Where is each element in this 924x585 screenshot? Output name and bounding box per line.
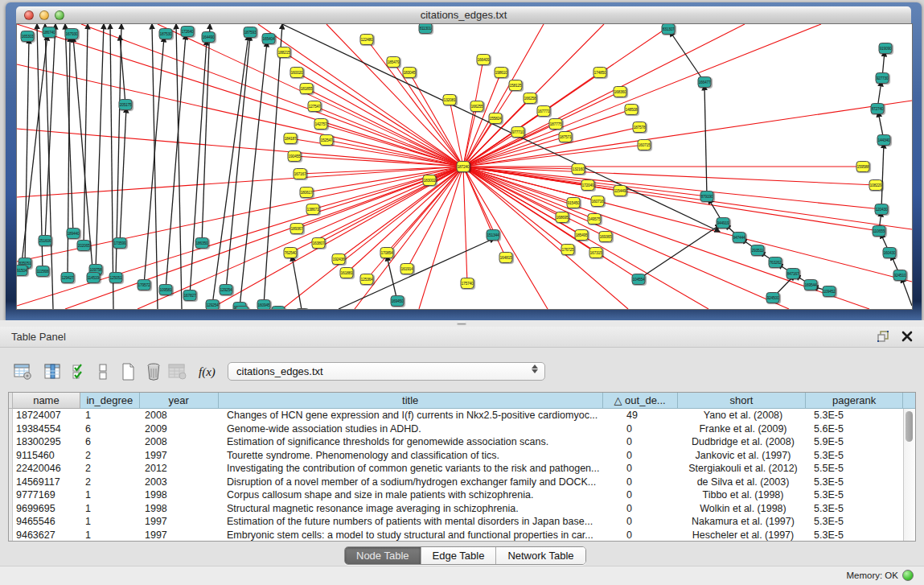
graph-node[interactable]: 18635040 [195, 237, 209, 249]
graph-node[interactable]: 16836004 [614, 86, 627, 97]
graph-node[interactable]: 10455404 [632, 274, 646, 285]
table-selector-dropdown[interactable]: citations_edges.txt [228, 362, 545, 381]
column-header-in_degree[interactable]: in_degree [80, 393, 140, 409]
graph-node[interactable]: 18753010 [159, 28, 173, 39]
graph-node[interactable]: 17085404 [380, 247, 394, 258]
table-row[interactable]: 977716911998Corpus callosum shape and si… [9, 488, 915, 502]
graph-node[interactable]: 18944040 [67, 228, 80, 239]
scrollbar-thumb[interactable] [906, 411, 913, 442]
table-row[interactable]: 2242004622012Investigating the contribut… [9, 462, 915, 476]
graph-node[interactable]: 18300295 [423, 175, 437, 186]
graph-node[interactable]: 18061704 [300, 187, 314, 198]
graph-node[interactable]: 16954422 [804, 279, 818, 290]
graph-node[interactable]: 18821565 [277, 47, 291, 58]
graph-node[interactable]: 14957504 [588, 213, 602, 225]
graph-node[interactable]: 11065504 [873, 225, 886, 237]
graph-node[interactable]: 19861099 [495, 67, 508, 78]
graph-node[interactable]: 16094522 [257, 299, 271, 310]
graph-node[interactable]: 19243604 [332, 253, 346, 265]
graph-node[interactable]: 10822904 [869, 179, 883, 191]
select-columns-button[interactable] [42, 361, 63, 382]
graph-node[interactable]: 16625804 [524, 93, 537, 104]
graph-node[interactable]: 17204907 [581, 179, 595, 191]
table-row[interactable]: 946554611997Estimation of the future num… [9, 515, 915, 529]
graph-node[interactable]: 16071504 [638, 139, 651, 150]
graph-node[interactable]: 92451040 [893, 270, 907, 281]
graph-node[interactable]: 18936704 [290, 223, 304, 234]
graph-node[interactable]: 10945220 [823, 286, 836, 297]
column-header-pagerank[interactable]: pagerank [806, 393, 903, 409]
graph-node[interactable]: 2935114 [751, 245, 765, 256]
graph-node[interactable]: 18304504 [403, 67, 417, 78]
graph-node[interactable]: 25160650 [39, 235, 52, 246]
graph-node[interactable]: 16777104 [537, 105, 551, 117]
window-titlebar[interactable]: citations_edges.txt [16, 6, 911, 24]
graph-node[interactable]: 12536404 [360, 274, 374, 285]
graph-node[interactable]: 16449040 [202, 31, 216, 43]
table-vertical-scrollbar[interactable] [903, 409, 915, 541]
function-builder-button[interactable]: f(x) [198, 361, 219, 382]
graph-node[interactable]: 87274040 [871, 103, 885, 114]
graph-node[interactable]: 17485003 [593, 67, 607, 78]
graph-node[interactable]: 19045504 [288, 150, 302, 162]
delete-table-button[interactable] [167, 361, 188, 382]
column-checklist-button[interactable] [69, 361, 90, 382]
graph-node[interactable]: 18759310 [244, 27, 257, 38]
graph-node[interactable]: 20517504 [119, 99, 133, 110]
graph-node[interactable]: 11544904 [614, 185, 627, 196]
table-row[interactable]: 1830029562008Estimation of significance … [9, 435, 915, 449]
graph-node[interactable]: 18757105 [559, 131, 573, 142]
graph-node[interactable]: 17957233 [138, 279, 151, 290]
graph-node[interactable]: 16869504 [556, 212, 569, 223]
network-canvas[interactable]: 1872400718300295188215651600203018185504… [16, 23, 913, 310]
graph-node[interactable]: 16716704 [294, 168, 307, 179]
float-panel-button[interactable] [876, 329, 890, 344]
graph-node[interactable]: 12043040 [875, 204, 889, 215]
graph-node[interactable]: 91545004 [567, 197, 581, 208]
graph-node[interactable]: 92450020 [766, 292, 780, 303]
splitter-grip-icon[interactable] [457, 322, 466, 325]
graph-node[interactable]: 97771004 [511, 126, 525, 138]
graph-node[interactable]: 15134457 [487, 229, 500, 241]
graph-node[interactable]: 16002030 [290, 67, 304, 78]
graph-node[interactable]: 13216004 [572, 163, 585, 175]
table-row[interactable]: 1456911722003Disruption of a novel membe… [9, 476, 915, 489]
table-settings-button[interactable] [13, 361, 34, 382]
column-header-name[interactable]: name [13, 393, 80, 409]
column-header-out_degree[interactable]: △ out_de... [603, 393, 678, 409]
graph-node[interactable]: 14275712 [314, 118, 328, 130]
graph-node[interactable]: 16530310 [21, 31, 35, 42]
graph-node[interactable]: 13867104 [306, 204, 320, 215]
graph-node[interactable]: 18547904 [387, 56, 400, 68]
graph-node[interactable]: 18674040 [43, 27, 56, 38]
tab-edge-table[interactable]: Edge Table [421, 547, 497, 564]
graph-node[interactable]: 11451940 [87, 272, 101, 283]
graph-node[interactable]: 16945040 [391, 295, 405, 307]
tab-node-table[interactable]: Node Table [345, 547, 421, 564]
graph-node[interactable]: 20206535 [77, 240, 91, 251]
graph-node[interactable]: 92773040 [876, 72, 889, 84]
graph-node[interactable]: 91909040 [879, 43, 893, 54]
graph-node[interactable]: 16043040 [883, 247, 897, 258]
table-row[interactable]: 946362711997Embryonic stem cells: a mode… [9, 529, 915, 542]
graph-node[interactable]: 15958804 [856, 161, 870, 172]
graph-node[interactable]: 14850803 [625, 104, 639, 115]
graph-node[interactable]: 16793010 [65, 28, 79, 39]
graph-node[interactable]: 9474444 [733, 232, 746, 243]
graph-node[interactable]: 8915040 [16, 265, 28, 276]
graph-node[interactable]: 10958167 [159, 284, 173, 295]
graph-node[interactable]: 18185504 [300, 83, 314, 94]
graph-node[interactable]: 24845040 [236, 306, 249, 310]
graph-node[interactable]: 11156803 [36, 266, 50, 277]
graph-node[interactable]: 16540410 [262, 33, 276, 44]
graph-node[interactable]: 12925448 [206, 299, 220, 310]
table-row[interactable]: 911546021997Tourette syndrome. Phenomeno… [9, 449, 915, 463]
graph-node[interactable]: 13208104 [443, 94, 457, 105]
graph-node[interactable]: 12942737 [61, 272, 75, 283]
graph-node[interactable]: 16625504 [470, 101, 484, 112]
graph-node[interactable]: 16071604 [591, 196, 605, 207]
graph-node[interactable]: 16481504 [499, 252, 513, 263]
graph-node[interactable]: 16380704 [312, 237, 326, 249]
tab-network-table[interactable]: Network Table [496, 547, 585, 564]
graph-hub-node[interactable]: 18724007 [457, 161, 470, 172]
